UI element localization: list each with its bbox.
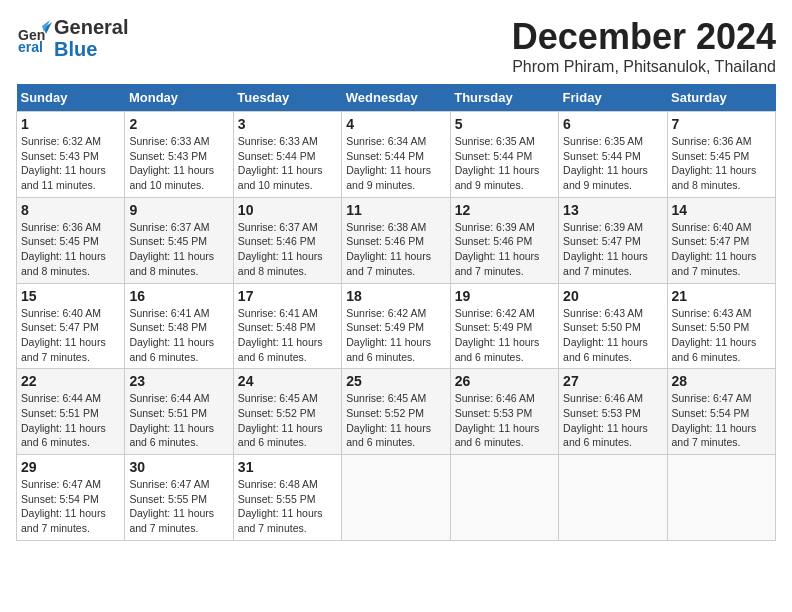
calendar-cell: 31 Sunrise: 6:48 AM Sunset: 5:55 PM Dayl… (233, 455, 341, 541)
month-title: December 2024 (512, 16, 776, 58)
day-info: Sunrise: 6:42 AM Sunset: 5:49 PM Dayligh… (455, 306, 554, 365)
header-tuesday: Tuesday (233, 84, 341, 112)
day-number: 14 (672, 202, 771, 218)
calendar-cell: 24 Sunrise: 6:45 AM Sunset: 5:52 PM Dayl… (233, 369, 341, 455)
header-thursday: Thursday (450, 84, 558, 112)
calendar-cell: 10 Sunrise: 6:37 AM Sunset: 5:46 PM Dayl… (233, 197, 341, 283)
day-number: 21 (672, 288, 771, 304)
header-wednesday: Wednesday (342, 84, 450, 112)
calendar-cell: 8 Sunrise: 6:36 AM Sunset: 5:45 PM Dayli… (17, 197, 125, 283)
day-number: 6 (563, 116, 662, 132)
day-info: Sunrise: 6:33 AM Sunset: 5:44 PM Dayligh… (238, 134, 337, 193)
header-saturday: Saturday (667, 84, 775, 112)
calendar-cell: 9 Sunrise: 6:37 AM Sunset: 5:45 PM Dayli… (125, 197, 233, 283)
day-info: Sunrise: 6:43 AM Sunset: 5:50 PM Dayligh… (563, 306, 662, 365)
title-area: December 2024 Phrom Phiram, Phitsanulok,… (512, 16, 776, 76)
day-info: Sunrise: 6:44 AM Sunset: 5:51 PM Dayligh… (21, 391, 120, 450)
day-number: 3 (238, 116, 337, 132)
calendar-cell: 23 Sunrise: 6:44 AM Sunset: 5:51 PM Dayl… (125, 369, 233, 455)
day-info: Sunrise: 6:40 AM Sunset: 5:47 PM Dayligh… (21, 306, 120, 365)
header-monday: Monday (125, 84, 233, 112)
day-info: Sunrise: 6:35 AM Sunset: 5:44 PM Dayligh… (563, 134, 662, 193)
day-info: Sunrise: 6:47 AM Sunset: 5:54 PM Dayligh… (672, 391, 771, 450)
day-info: Sunrise: 6:39 AM Sunset: 5:47 PM Dayligh… (563, 220, 662, 279)
calendar-cell (450, 455, 558, 541)
header-sunday: Sunday (17, 84, 125, 112)
calendar-cell: 3 Sunrise: 6:33 AM Sunset: 5:44 PM Dayli… (233, 112, 341, 198)
day-number: 10 (238, 202, 337, 218)
day-info: Sunrise: 6:41 AM Sunset: 5:48 PM Dayligh… (129, 306, 228, 365)
day-number: 29 (21, 459, 120, 475)
day-number: 20 (563, 288, 662, 304)
day-number: 9 (129, 202, 228, 218)
day-info: Sunrise: 6:36 AM Sunset: 5:45 PM Dayligh… (21, 220, 120, 279)
calendar-cell: 12 Sunrise: 6:39 AM Sunset: 5:46 PM Dayl… (450, 197, 558, 283)
day-number: 18 (346, 288, 445, 304)
calendar-week-row: 22 Sunrise: 6:44 AM Sunset: 5:51 PM Dayl… (17, 369, 776, 455)
day-info: Sunrise: 6:36 AM Sunset: 5:45 PM Dayligh… (672, 134, 771, 193)
calendar-cell: 11 Sunrise: 6:38 AM Sunset: 5:46 PM Dayl… (342, 197, 450, 283)
day-info: Sunrise: 6:38 AM Sunset: 5:46 PM Dayligh… (346, 220, 445, 279)
calendar-cell: 19 Sunrise: 6:42 AM Sunset: 5:49 PM Dayl… (450, 283, 558, 369)
day-info: Sunrise: 6:41 AM Sunset: 5:48 PM Dayligh… (238, 306, 337, 365)
day-info: Sunrise: 6:33 AM Sunset: 5:43 PM Dayligh… (129, 134, 228, 193)
calendar-cell: 25 Sunrise: 6:45 AM Sunset: 5:52 PM Dayl… (342, 369, 450, 455)
day-info: Sunrise: 6:44 AM Sunset: 5:51 PM Dayligh… (129, 391, 228, 450)
calendar-cell (559, 455, 667, 541)
calendar-week-row: 29 Sunrise: 6:47 AM Sunset: 5:54 PM Dayl… (17, 455, 776, 541)
calendar-cell: 6 Sunrise: 6:35 AM Sunset: 5:44 PM Dayli… (559, 112, 667, 198)
day-number: 27 (563, 373, 662, 389)
calendar-week-row: 15 Sunrise: 6:40 AM Sunset: 5:47 PM Dayl… (17, 283, 776, 369)
day-number: 28 (672, 373, 771, 389)
calendar-cell: 18 Sunrise: 6:42 AM Sunset: 5:49 PM Dayl… (342, 283, 450, 369)
day-info: Sunrise: 6:48 AM Sunset: 5:55 PM Dayligh… (238, 477, 337, 536)
page-header: Gen eral General Blue December 2024 Phro… (16, 16, 776, 76)
day-number: 31 (238, 459, 337, 475)
header-friday: Friday (559, 84, 667, 112)
day-info: Sunrise: 6:37 AM Sunset: 5:46 PM Dayligh… (238, 220, 337, 279)
calendar-cell: 26 Sunrise: 6:46 AM Sunset: 5:53 PM Dayl… (450, 369, 558, 455)
day-info: Sunrise: 6:37 AM Sunset: 5:45 PM Dayligh… (129, 220, 228, 279)
day-number: 2 (129, 116, 228, 132)
day-info: Sunrise: 6:43 AM Sunset: 5:50 PM Dayligh… (672, 306, 771, 365)
calendar-cell: 15 Sunrise: 6:40 AM Sunset: 5:47 PM Dayl… (17, 283, 125, 369)
day-info: Sunrise: 6:47 AM Sunset: 5:54 PM Dayligh… (21, 477, 120, 536)
calendar-cell: 17 Sunrise: 6:41 AM Sunset: 5:48 PM Dayl… (233, 283, 341, 369)
calendar-cell: 21 Sunrise: 6:43 AM Sunset: 5:50 PM Dayl… (667, 283, 775, 369)
calendar-cell: 27 Sunrise: 6:46 AM Sunset: 5:53 PM Dayl… (559, 369, 667, 455)
day-number: 12 (455, 202, 554, 218)
logo-text: General Blue (54, 16, 128, 60)
day-number: 16 (129, 288, 228, 304)
calendar-body: 1 Sunrise: 6:32 AM Sunset: 5:43 PM Dayli… (17, 112, 776, 541)
calendar-week-row: 1 Sunrise: 6:32 AM Sunset: 5:43 PM Dayli… (17, 112, 776, 198)
day-number: 7 (672, 116, 771, 132)
day-number: 8 (21, 202, 120, 218)
day-info: Sunrise: 6:40 AM Sunset: 5:47 PM Dayligh… (672, 220, 771, 279)
logo: Gen eral General Blue (16, 16, 128, 60)
day-info: Sunrise: 6:46 AM Sunset: 5:53 PM Dayligh… (563, 391, 662, 450)
logo-icon: Gen eral (16, 20, 52, 56)
calendar-cell (342, 455, 450, 541)
calendar-cell: 1 Sunrise: 6:32 AM Sunset: 5:43 PM Dayli… (17, 112, 125, 198)
calendar-cell: 20 Sunrise: 6:43 AM Sunset: 5:50 PM Dayl… (559, 283, 667, 369)
day-number: 23 (129, 373, 228, 389)
calendar-cell: 22 Sunrise: 6:44 AM Sunset: 5:51 PM Dayl… (17, 369, 125, 455)
day-info: Sunrise: 6:45 AM Sunset: 5:52 PM Dayligh… (238, 391, 337, 450)
day-number: 26 (455, 373, 554, 389)
day-info: Sunrise: 6:46 AM Sunset: 5:53 PM Dayligh… (455, 391, 554, 450)
calendar-cell: 30 Sunrise: 6:47 AM Sunset: 5:55 PM Dayl… (125, 455, 233, 541)
day-number: 5 (455, 116, 554, 132)
day-number: 1 (21, 116, 120, 132)
day-info: Sunrise: 6:35 AM Sunset: 5:44 PM Dayligh… (455, 134, 554, 193)
day-info: Sunrise: 6:39 AM Sunset: 5:46 PM Dayligh… (455, 220, 554, 279)
calendar-cell: 2 Sunrise: 6:33 AM Sunset: 5:43 PM Dayli… (125, 112, 233, 198)
day-number: 15 (21, 288, 120, 304)
day-number: 13 (563, 202, 662, 218)
day-number: 4 (346, 116, 445, 132)
calendar-cell: 13 Sunrise: 6:39 AM Sunset: 5:47 PM Dayl… (559, 197, 667, 283)
calendar-table: Sunday Monday Tuesday Wednesday Thursday… (16, 84, 776, 541)
day-info: Sunrise: 6:32 AM Sunset: 5:43 PM Dayligh… (21, 134, 120, 193)
day-number: 25 (346, 373, 445, 389)
calendar-cell (667, 455, 775, 541)
weekday-header-row: Sunday Monday Tuesday Wednesday Thursday… (17, 84, 776, 112)
